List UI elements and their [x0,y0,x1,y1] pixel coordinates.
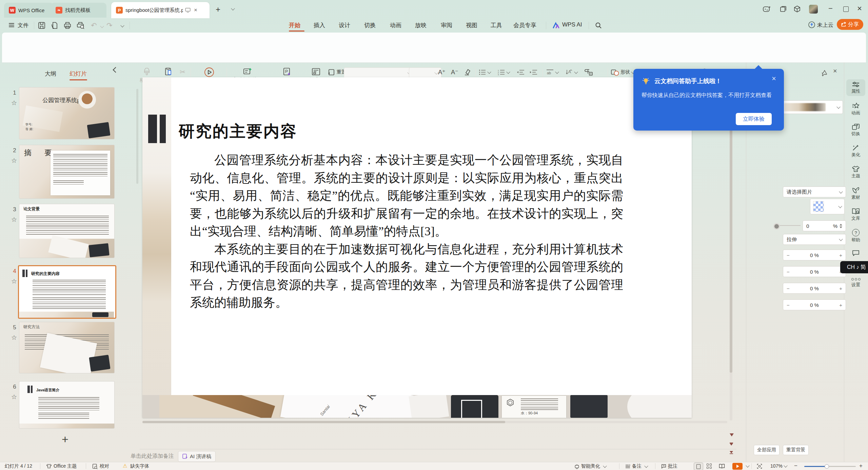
notes-divider[interactable] [140,449,736,449]
transparency-slider-thumb[interactable] [773,223,780,230]
menu-tab-transition[interactable]: 切换 [364,21,376,29]
fit-window-button[interactable] [757,464,762,469]
search-icon[interactable] [595,22,602,29]
menu-tab-home[interactable]: 开始 [289,21,300,29]
new-tab-button[interactable]: + [216,5,220,14]
share-button[interactable]: 分享 [837,19,863,30]
ai-speech-button[interactable]: AI 演讲稿 [178,451,216,462]
cloud-status-label[interactable]: 未上云 [817,22,833,29]
redo-icon[interactable]: ↷ [106,21,113,30]
add-slide-button[interactable]: + [62,433,68,446]
save-icon[interactable] [38,22,45,29]
zoom-out-button[interactable]: − [794,463,797,469]
menu-tab-animation[interactable]: 动画 [390,21,401,29]
scroll-down-arrow-icon[interactable] [730,433,734,436]
notes-placeholder[interactable]: 单击此处添加备注 [131,453,174,460]
canvas-h-scrollbar[interactable] [142,421,727,423]
view-reading-button[interactable] [719,464,725,469]
stacked-windows-icon[interactable] [780,6,787,13]
proofing-button[interactable]: 校对 [100,463,109,469]
print-preview-icon[interactable] [77,22,85,29]
slide-thumbnail-4-selected[interactable]: 研究的主要内容 [18,265,116,319]
slide-thumbnail-3[interactable]: 论文背景 [19,204,114,258]
view-normal-button[interactable] [694,463,703,470]
slide-thumbnail-5[interactable]: 研究方法 [19,322,114,373]
menu-tab-tools[interactable]: 工具 [491,21,502,29]
popup-close-icon[interactable]: × [772,74,776,83]
main-menu-icon[interactable] [9,25,14,25]
restore-button[interactable] [843,6,849,12]
rail-item-feedback[interactable] [846,250,865,257]
missing-font-button[interactable]: 缺失字体 [130,463,149,469]
background-preview-dropdown[interactable] [783,100,843,114]
collapse-panel-icon[interactable] [113,67,119,73]
notes-button[interactable]: 备注 [625,463,648,469]
reset-background-button[interactable]: 重置背景 [783,445,809,455]
close-window-button[interactable]: × [857,4,862,13]
slide-star-icon[interactable]: ☆ [11,157,17,164]
minimize-button[interactable]: − [828,4,833,13]
offset-right-stepper[interactable]: −0 %+ [783,266,846,277]
rail-item-theme[interactable]: 主题 [846,165,865,179]
zoom-slider-thumb[interactable] [825,464,829,469]
rail-item-library[interactable]: 文库 [846,208,865,221]
slide-title[interactable]: 研究的主要内容 [179,121,297,142]
minus-button[interactable]: − [787,302,790,308]
slideshow-play-button[interactable] [732,463,743,470]
plus-button[interactable]: + [839,302,842,308]
slide-thumbnail-1[interactable]: 公园管理系统ppt 学号: 导 师: [19,87,114,139]
view-sorter-button[interactable] [707,464,712,469]
slide-canvas[interactable]: TNYA K Santai 水：90-94 研究的主要内容 [142,77,692,418]
popup-cta-button[interactable]: 立即体验 [736,113,772,125]
ai-assistant-icon[interactable] [763,5,771,13]
slideshow-chevron-icon[interactable] [746,464,749,467]
minus-button[interactable]: − [787,269,790,275]
transparency-spinner[interactable]: 0 % [803,220,846,231]
rail-item-animation[interactable]: 动画 [846,102,865,116]
rail-item-settings[interactable]: 设置 [846,278,865,288]
comments-button[interactable]: 批注 [661,463,677,469]
pin-panel-icon[interactable] [822,70,828,76]
apply-all-button[interactable]: 全部应用 [754,445,780,455]
rail-item-properties[interactable]: 属性 [846,79,865,96]
slide-thumbnail-2[interactable]: 摘 要 [19,145,114,198]
menu-tab-design[interactable]: 设计 [339,21,350,29]
zoom-level-button[interactable]: 107% [770,463,787,469]
zoom-in-button[interactable]: + [859,463,863,469]
minus-button[interactable]: − [787,286,790,291]
file-menu[interactable]: 文件 [18,22,28,29]
slide-star-icon[interactable]: ☆ [11,393,17,401]
smart-beautify-button[interactable]: 智能美化 [574,463,606,469]
rail-item-beautify[interactable]: 美化 [846,144,865,158]
rail-item-materials[interactable]: 素材 [846,187,865,200]
picture-fill-dropdown[interactable]: 请选择图片 [783,187,846,197]
menu-tab-insert[interactable]: 插入 [314,21,325,29]
menu-tab-view[interactable]: 视图 [466,21,477,29]
previous-slide-button[interactable] [729,442,734,446]
tab-slides[interactable]: 幻灯片 [70,70,87,78]
offset-left-stepper[interactable]: −0 %+ [783,250,846,260]
cloud-upload-icon[interactable] [808,21,815,28]
slide-body-text[interactable]: 公园管理系统分析基本内容：本设计主要是实现一个公园管理系统，实现自动化、信息化、… [190,151,623,312]
3d-cube-icon[interactable] [793,5,801,13]
plus-button[interactable]: + [839,252,842,258]
minus-button[interactable]: − [787,252,790,258]
close-panel-icon[interactable]: × [833,67,837,75]
theme-button[interactable]: Office 主题 [54,463,77,469]
menu-tab-wps-ai[interactable]: WPS AI [562,21,582,28]
offset-up-stepper[interactable]: −0 %+ [783,283,846,294]
plus-button[interactable]: + [839,286,842,291]
spin-up-icon[interactable] [840,224,842,226]
tab-outline[interactable]: 大纲 [45,70,56,78]
placement-dropdown[interactable]: 拉伸 [783,234,846,245]
menu-tab-slideshow[interactable]: 放映 [415,21,427,29]
tab-docer-templates[interactable]: ❧ 找稻壳模板 [51,3,106,18]
undo-icon[interactable]: ↶ [91,21,97,30]
undo-chevron-icon[interactable] [100,24,104,28]
texture-fill-dropdown[interactable] [810,199,845,214]
quickbar-customize-chevron-icon[interactable] [120,23,124,27]
export-pdf-icon[interactable] [51,22,58,29]
panel-scrollbar[interactable] [136,89,138,184]
tab-document-active[interactable]: P springboot公园管理系统.p × [111,2,210,18]
slide-star-icon[interactable]: ☆ [11,216,17,223]
